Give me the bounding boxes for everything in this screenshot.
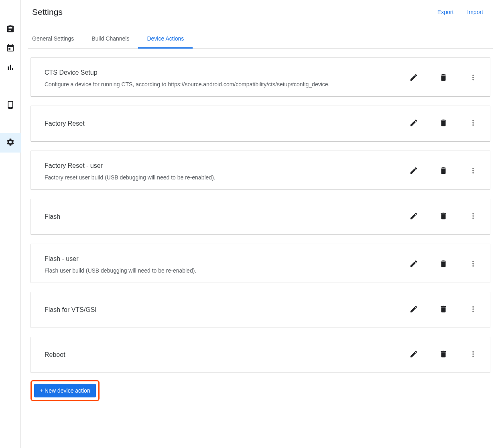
tab-general-settings[interactable]: General Settings bbox=[28, 30, 83, 49]
delete-icon bbox=[439, 350, 448, 360]
card-actions bbox=[409, 350, 478, 360]
card-text: Factory Reset - userFactory reset user b… bbox=[45, 162, 215, 181]
device-action-description: Flash user build (USB debugging will nee… bbox=[45, 267, 196, 274]
edit-button[interactable] bbox=[409, 212, 419, 222]
delete-icon bbox=[439, 259, 448, 270]
sidenav-chart[interactable] bbox=[0, 59, 21, 78]
edit-icon bbox=[409, 118, 418, 129]
delete-icon bbox=[439, 305, 448, 315]
delete-button[interactable] bbox=[439, 350, 448, 360]
device-action-description: Factory reset user build (USB debugging … bbox=[45, 174, 215, 181]
sidenav-clipboard[interactable] bbox=[0, 20, 21, 39]
edit-button[interactable] bbox=[409, 167, 419, 176]
more-vert-icon bbox=[469, 350, 478, 360]
tab-build-channels[interactable]: Build Channels bbox=[83, 30, 138, 49]
delete-button[interactable] bbox=[439, 212, 448, 222]
device-action-card: CTS Device SetupConfigure a device for r… bbox=[30, 57, 490, 97]
more-vert-icon bbox=[469, 259, 478, 270]
card-actions bbox=[409, 212, 478, 222]
more-vert-icon bbox=[469, 305, 478, 315]
delete-icon bbox=[439, 166, 448, 177]
more-button[interactable] bbox=[468, 350, 478, 360]
main-content: Settings Export Import General Settings … bbox=[21, 0, 500, 448]
edit-button[interactable] bbox=[409, 350, 419, 360]
clipboard-icon bbox=[6, 24, 15, 35]
more-vert-icon bbox=[469, 73, 478, 83]
side-navigation bbox=[0, 0, 21, 448]
device-action-description: Configure a device for running CTS, acco… bbox=[45, 81, 329, 88]
tab-device-actions[interactable]: Device Actions bbox=[138, 30, 193, 49]
device-actions-list: CTS Device SetupConfigure a device for r… bbox=[28, 57, 493, 373]
phone-icon bbox=[6, 100, 15, 111]
sidenav-phone[interactable] bbox=[0, 96, 21, 115]
more-button[interactable] bbox=[468, 305, 478, 315]
edit-button[interactable] bbox=[409, 73, 419, 83]
edit-icon bbox=[409, 350, 418, 360]
sidenav-settings[interactable] bbox=[0, 133, 21, 153]
gear-icon bbox=[6, 138, 15, 148]
edit-icon bbox=[409, 212, 418, 222]
delete-button[interactable] bbox=[439, 119, 448, 128]
more-vert-icon bbox=[469, 166, 478, 177]
device-action-title: Flash bbox=[45, 213, 60, 220]
device-action-card: Factory Reset - userFactory reset user b… bbox=[30, 151, 490, 190]
more-button[interactable] bbox=[468, 212, 478, 222]
tabs: General Settings Build Channels Device A… bbox=[28, 30, 493, 49]
device-action-card: Flash for VTS/GSI bbox=[30, 292, 490, 328]
delete-button[interactable] bbox=[439, 73, 448, 83]
more-vert-icon bbox=[469, 118, 478, 129]
device-action-title: Flash for VTS/GSI bbox=[45, 306, 97, 314]
more-vert-icon bbox=[469, 212, 478, 222]
edit-icon bbox=[409, 73, 418, 83]
edit-icon bbox=[409, 166, 418, 177]
card-actions bbox=[409, 167, 478, 176]
edit-button[interactable] bbox=[409, 119, 419, 128]
delete-button[interactable] bbox=[439, 167, 448, 176]
card-text: Factory Reset bbox=[45, 120, 85, 127]
header: Settings Export Import bbox=[28, 0, 493, 18]
header-actions: Export Import bbox=[437, 9, 489, 15]
more-button[interactable] bbox=[468, 167, 478, 176]
card-actions bbox=[409, 119, 478, 128]
more-button[interactable] bbox=[468, 260, 478, 269]
card-actions bbox=[409, 73, 478, 83]
delete-icon bbox=[439, 73, 448, 83]
device-action-title: Factory Reset - user bbox=[45, 162, 215, 169]
card-text: CTS Device SetupConfigure a device for r… bbox=[45, 69, 329, 88]
more-button[interactable] bbox=[468, 119, 478, 128]
card-text: Reboot bbox=[45, 351, 65, 358]
card-text: Flash bbox=[45, 213, 60, 220]
delete-icon bbox=[439, 118, 448, 129]
more-button[interactable] bbox=[468, 73, 478, 83]
bar-chart-icon bbox=[6, 63, 15, 73]
sidenav-calendar[interactable] bbox=[0, 39, 21, 59]
new-device-action-button[interactable]: + New device action bbox=[34, 384, 96, 397]
edit-icon bbox=[409, 305, 418, 315]
card-actions bbox=[409, 260, 478, 269]
delete-button[interactable] bbox=[439, 305, 448, 315]
import-link[interactable]: Import bbox=[467, 9, 483, 15]
device-action-title: Reboot bbox=[45, 351, 65, 358]
device-action-card: Factory Reset bbox=[30, 106, 490, 142]
device-action-title: Factory Reset bbox=[45, 120, 85, 127]
device-action-card: Flash bbox=[30, 199, 490, 235]
export-link[interactable]: Export bbox=[437, 9, 453, 15]
device-action-title: Flash - user bbox=[45, 255, 196, 263]
card-text: Flash - userFlash user build (USB debugg… bbox=[45, 255, 196, 274]
card-actions bbox=[409, 305, 478, 315]
device-action-title: CTS Device Setup bbox=[45, 69, 329, 76]
edit-button[interactable] bbox=[409, 260, 419, 269]
edit-icon bbox=[409, 259, 418, 270]
new-action-highlight: + New device action bbox=[28, 380, 100, 401]
delete-button[interactable] bbox=[439, 260, 448, 269]
edit-button[interactable] bbox=[409, 305, 419, 315]
delete-icon bbox=[439, 212, 448, 222]
device-action-card: Reboot bbox=[30, 337, 490, 373]
card-text: Flash for VTS/GSI bbox=[45, 306, 97, 314]
device-action-card: Flash - userFlash user build (USB debugg… bbox=[30, 244, 490, 283]
page-title: Settings bbox=[32, 7, 63, 17]
calendar-icon bbox=[6, 44, 15, 54]
